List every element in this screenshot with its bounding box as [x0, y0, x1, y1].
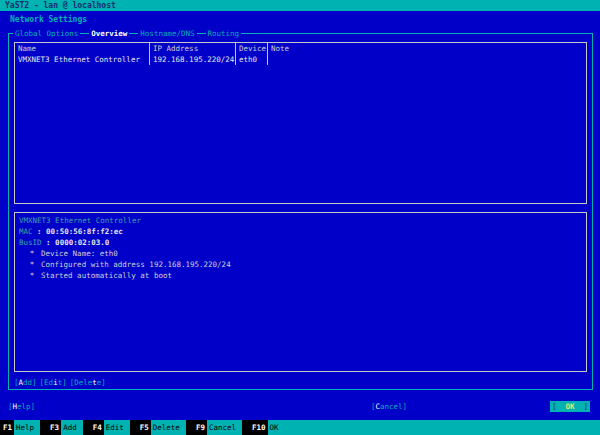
edit-button[interactable]: [Edit]: [40, 377, 67, 388]
cell-name: VMXNET3 Ethernet Controller: [15, 54, 149, 65]
fnkey-f9-cancel[interactable]: F9Cancel: [186, 420, 242, 435]
cell-note: [267, 54, 586, 65]
column-header-note: Note: [267, 43, 586, 54]
tab-global-options[interactable]: Global Options: [13, 28, 80, 39]
fnkey-f4-edit[interactable]: F4Edit: [83, 420, 130, 435]
window-titlebar: YaST2 - lan @ localhost: [0, 0, 600, 11]
column-header-device: Device: [235, 43, 267, 54]
dialog-footer: [Help] [Cancel] [ OK ]: [0, 401, 600, 413]
fnkey-f1-help[interactable]: F1Help: [0, 420, 40, 435]
detail-title: VMXNET3 Ethernet Controller: [19, 215, 586, 226]
window-title: YaST2 - lan @ localhost: [5, 1, 116, 10]
fnkey-f3-add[interactable]: F3Add: [40, 420, 83, 435]
detail-busid-line: BusID : 0000:02:03.0: [19, 237, 586, 248]
table-action-buttons: [Add] [Edit] [Delete]: [14, 377, 106, 388]
table-row[interactable]: VMXNET3 Ethernet Controller 192.168.195.…: [15, 54, 586, 65]
bullet-marker: *: [27, 270, 37, 281]
detail-bullet-configured-address: *Configured with address 192.168.195.220…: [19, 259, 586, 270]
page-title: Network Settings: [10, 14, 87, 25]
dialog-frame: Global Options Overview Hostname/DNS Rou…: [8, 33, 593, 390]
busid-value: : 0000:02:03.0: [46, 238, 109, 247]
help-button[interactable]: [Help]: [8, 401, 35, 412]
add-button[interactable]: [Add]: [14, 377, 37, 388]
bullet-marker: *: [27, 259, 37, 270]
yast2-terminal-screen: YaST2 - lan @ localhost Network Settings…: [0, 0, 600, 435]
mac-value: : 00:50:56:8f:f2:ec: [37, 227, 123, 236]
tab-routing[interactable]: Routing: [206, 28, 242, 39]
column-header-name: Name: [15, 43, 149, 54]
mac-label: MAC: [19, 227, 33, 236]
fnkey-f5-delete[interactable]: F5Delete: [130, 420, 186, 435]
detail-bullet-started-at-boot: *Started automatically at boot: [19, 270, 586, 281]
bullet-marker: *: [27, 248, 37, 259]
detail-mac-line: MAC : 00:50:56:8f:f2:ec: [19, 226, 586, 237]
cancel-button[interactable]: [Cancel]: [371, 401, 407, 412]
function-bar-filler: [285, 420, 600, 435]
table-header-row: Name IP Address Device Note: [15, 43, 586, 54]
tab-bar: Global Options Overview Hostname/DNS Rou…: [13, 28, 241, 39]
interfaces-table[interactable]: Name IP Address Device Note VMXNET3 Ethe…: [14, 42, 587, 204]
cell-device: eth0: [235, 54, 267, 65]
delete-button[interactable]: [Delete]: [70, 377, 106, 388]
busid-label: BusID: [19, 238, 42, 247]
column-header-ip-address: IP Address: [149, 43, 235, 54]
detail-bullet-device-name: *Device Name: eth0: [19, 248, 586, 259]
ok-button[interactable]: [ OK ]: [550, 401, 590, 412]
function-key-bar: F1Help F3Add F4Edit F5Delete F9Cancel F1…: [0, 420, 600, 435]
tab-hostname-dns[interactable]: Hostname/DNS: [138, 28, 196, 39]
tab-overview[interactable]: Overview: [89, 28, 129, 39]
fnkey-f10-ok[interactable]: F10OK: [242, 420, 285, 435]
device-details-pane[interactable]: VMXNET3 Ethernet Controller MAC : 00:50:…: [14, 212, 587, 372]
cell-ip-address: 192.168.195.220/24: [149, 54, 235, 65]
